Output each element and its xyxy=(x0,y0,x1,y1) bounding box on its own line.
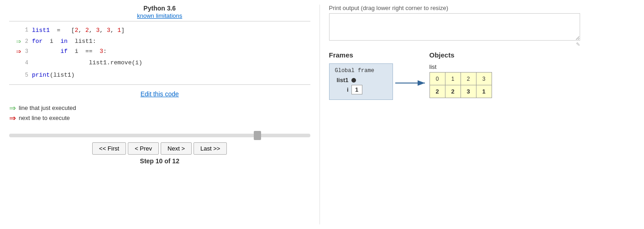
right-panel: Print output (drag lower right corner to… xyxy=(320,0,644,229)
value-0: 2 xyxy=(429,85,445,98)
index-2: 2 xyxy=(461,73,476,85)
legend: ⇒ line that just executed ⇒ next line to… xyxy=(9,104,310,122)
left-panel: Python 3.6 known limitations 1 list1 = [… xyxy=(0,0,319,229)
code-line-5: 5 print(list1) xyxy=(9,69,310,82)
arrow-red-3: ⇒ xyxy=(9,47,23,56)
first-button[interactable]: << First xyxy=(92,142,126,155)
list-table: 0 1 2 3 2 2 3 1 xyxy=(429,72,492,98)
next-button[interactable]: Next > xyxy=(161,142,192,155)
frame-row-i: i 1 xyxy=(335,85,387,94)
index-0: 0 xyxy=(429,73,445,85)
legend-red: ⇒ next line to execute xyxy=(9,114,310,122)
slider-container[interactable] xyxy=(9,131,310,139)
list1-dot xyxy=(351,78,356,83)
print-output-box[interactable] xyxy=(329,13,580,41)
green-arrow-icon: ⇒ xyxy=(9,104,16,112)
line-code-5: print(list1) xyxy=(32,70,310,80)
value-2: 3 xyxy=(461,85,476,98)
objects-title: Objects xyxy=(429,51,455,59)
global-frame-box: Global frame list1 i 1 xyxy=(329,63,393,100)
code-line-2: ⇒ 2 for i in list1: xyxy=(9,36,310,47)
python-version: Python 3.6 xyxy=(9,5,310,12)
print-output-label: Print output (drag lower right corner to… xyxy=(329,5,635,11)
value-row: 2 2 3 1 xyxy=(429,85,492,98)
step-slider[interactable] xyxy=(9,134,310,137)
value-3: 1 xyxy=(476,85,492,98)
arrow-5 xyxy=(9,69,23,82)
frames-title: Frames xyxy=(329,51,353,59)
line-code-2: for i in list1: xyxy=(32,36,310,47)
step-info: Step 10 of 12 xyxy=(9,157,310,165)
line-num-1: 1 xyxy=(23,26,32,35)
code-line-1: 1 list1 = [2, 2, 3, 3, 1] xyxy=(9,24,310,36)
arrow-green-2: ⇒ xyxy=(9,37,23,46)
arrow-connector-area xyxy=(393,51,429,90)
pointer-arrow-svg xyxy=(393,76,429,90)
red-arrow-icon: ⇒ xyxy=(9,114,16,122)
arrow-1 xyxy=(9,24,23,36)
line-num-3: 3 xyxy=(23,47,32,56)
line-code-3: if i == 3: xyxy=(32,47,310,57)
edit-this-code-link[interactable]: Edit this code xyxy=(141,90,179,98)
resize-icon: ✎ xyxy=(329,42,580,47)
line-code-4: list1.remove(i) xyxy=(32,58,310,68)
value-1: 2 xyxy=(445,85,461,98)
index-1: 1 xyxy=(445,73,461,85)
var-i-value: 1 xyxy=(351,85,362,94)
line-num-5: 5 xyxy=(23,71,32,80)
global-frame-label: Global frame xyxy=(335,68,387,74)
index-row: 0 1 2 3 xyxy=(429,73,492,85)
known-limitations-link[interactable]: known limitations xyxy=(137,12,182,19)
var-i-label: i xyxy=(335,86,349,93)
code-line-3: ⇒ 3 if i == 3: xyxy=(9,47,310,57)
last-button[interactable]: Last >> xyxy=(194,142,227,155)
index-3: 3 xyxy=(476,73,492,85)
red-legend-label: next line to execute xyxy=(19,114,70,121)
frames-objects-wrapper: Frames Global frame list1 i 1 xyxy=(329,51,635,100)
nav-buttons: << First < Prev Next > Last >> xyxy=(9,142,310,155)
green-legend-label: line that just executed xyxy=(19,104,76,111)
list-label: list xyxy=(429,63,437,70)
prev-button[interactable]: < Prev xyxy=(128,142,159,155)
frame-row-list1: list1 xyxy=(335,77,387,83)
line-num-2: 2 xyxy=(23,37,32,46)
edit-link-container: Edit this code xyxy=(9,90,310,98)
code-line-4: 4 list1.remove(i) xyxy=(9,57,310,69)
line-num-4: 4 xyxy=(23,58,32,68)
arrow-4 xyxy=(9,57,23,69)
line-code-1: list1 = [2, 2, 3, 3, 1] xyxy=(32,26,310,36)
var-list1-label: list1 xyxy=(335,77,349,83)
code-box: 1 list1 = [2, 2, 3, 3, 1] ⇒ 2 for i in l… xyxy=(9,21,310,85)
legend-green: ⇒ line that just executed xyxy=(9,104,310,112)
objects-section: Objects list 0 1 2 3 2 2 3 1 xyxy=(429,51,492,98)
frames-section: Frames Global frame list1 i 1 xyxy=(329,51,393,100)
code-header: Python 3.6 known limitations xyxy=(9,5,310,19)
